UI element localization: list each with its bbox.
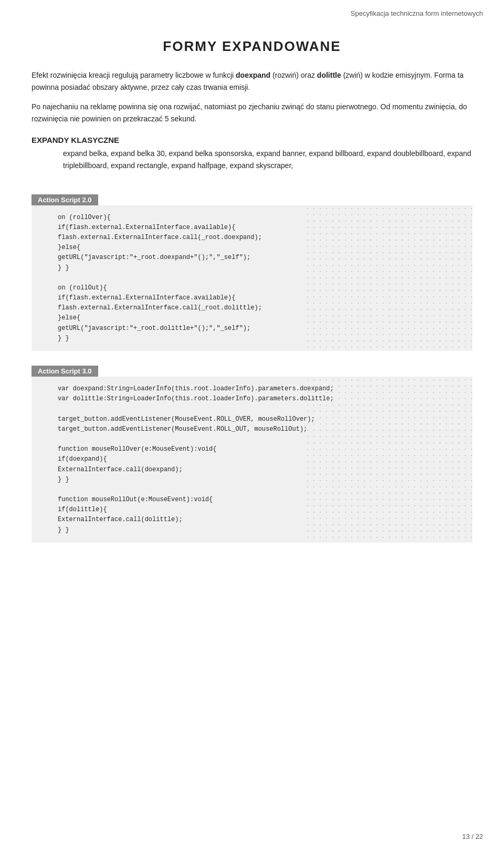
section-heading: EXPANDY KLASYCZNE bbox=[32, 136, 472, 144]
intro-paragraph-2: Po najechaniu na reklamę powinna się ona… bbox=[32, 101, 472, 125]
bold-dolittle: dolittle bbox=[317, 71, 341, 79]
as2-label-wrapper: Action Script 2.0 bbox=[32, 185, 472, 205]
bold-doexpand: doexpand bbox=[236, 71, 270, 79]
page-content: FORMY EXPANDOWANE Efekt rozwinięcia krea… bbox=[0, 17, 504, 579]
as3-label: Action Script 3.0 bbox=[32, 366, 98, 377]
header-title: Specyfikacja techniczna form internetowy… bbox=[351, 9, 483, 17]
as2-label: Action Script 2.0 bbox=[32, 194, 98, 205]
page-title: FORMY EXPANDOWANE bbox=[32, 38, 472, 55]
page-number: 13 / 22 bbox=[462, 833, 483, 840]
as3-code-block-wrapper: var doexpand:String=LoaderInfo(this.root… bbox=[32, 377, 472, 543]
as2-code-block-wrapper: on (rollOver){ if(flash.external.Externa… bbox=[32, 205, 472, 351]
page-header: Specyfikacja techniczna form internetowy… bbox=[0, 0, 504, 17]
expandy-list: expand belka, expand belka 30, expand be… bbox=[63, 148, 472, 172]
page-footer: 13 / 22 bbox=[462, 833, 483, 840]
intro-paragraph-1: Efekt rozwinięcia kreacji regulują param… bbox=[32, 69, 472, 94]
as3-label-wrapper: Action Script 3.0 bbox=[32, 356, 472, 377]
as2-code: on (rollOver){ if(flash.external.Externa… bbox=[32, 205, 472, 351]
as3-code: var doexpand:String=LoaderInfo(this.root… bbox=[32, 377, 472, 543]
